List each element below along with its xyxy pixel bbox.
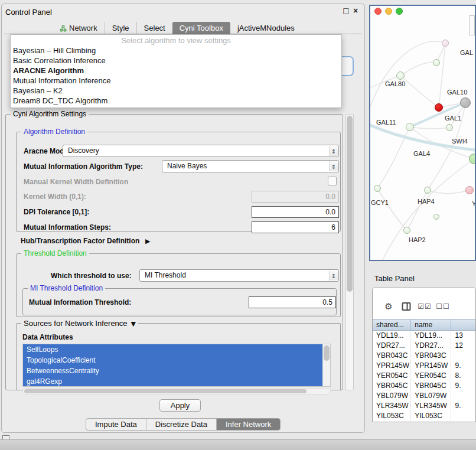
tab-style[interactable]: Style xyxy=(105,22,136,34)
mi-steps-label: Mutual Information Steps: xyxy=(24,223,111,231)
window-title: Control Panel xyxy=(5,8,52,17)
network-canvas[interactable]: GAL GAL80 GAL10 GAL11 GAL1 SWI4 GAL4 GCY… xyxy=(370,18,475,260)
close-icon[interactable]: × xyxy=(351,6,360,15)
cell: YDL19... xyxy=(411,331,451,341)
table-header: shared... name xyxy=(373,319,475,331)
cell: YER054C xyxy=(411,371,451,381)
hub-definition-expander[interactable]: Hub/Transcription Factor Definition ▶ xyxy=(21,236,150,246)
settings-vertical-scrollbar[interactable] xyxy=(345,114,354,390)
minimize-traffic-light[interactable] xyxy=(385,8,392,15)
control-panel-window: Control Panel □ × Network Style Select C… xyxy=(1,4,365,433)
network-node-hub[interactable] xyxy=(460,97,471,108)
table-row[interactable]: YPR145W YPR145W 9. xyxy=(373,361,475,371)
cell: YBR043C xyxy=(373,351,411,361)
node-label: HAP4 xyxy=(418,198,435,205)
network-node[interactable] xyxy=(442,40,449,47)
scrollbar-thumb[interactable] xyxy=(324,345,330,361)
attribute-item-selected[interactable]: BetweennessCentrality xyxy=(23,366,322,376)
mi-threshold-field[interactable]: 0.5 xyxy=(249,296,336,308)
algorithm-option[interactable]: Bayesian – K2 xyxy=(11,86,341,96)
attribute-item-selected[interactable]: SelfLoops xyxy=(23,344,322,355)
cell: YPR145W xyxy=(411,361,451,371)
algorithm-option[interactable]: Mutual Information Inference xyxy=(11,76,341,86)
tab-jactivemnodules[interactable]: jActiveMNodules xyxy=(230,22,302,34)
cell: 9. xyxy=(451,361,475,371)
network-node[interactable] xyxy=(465,186,474,194)
tab-select[interactable]: Select xyxy=(136,22,172,34)
zoom-traffic-light[interactable] xyxy=(396,8,403,15)
sources-title: Sources for Network Inference xyxy=(24,319,128,328)
column-header[interactable] xyxy=(451,319,475,330)
table-panel-window: ⚙ ☑☑ ☐☐ shared... name YDL19... YDL19...… xyxy=(372,288,476,422)
algorithm-option[interactable]: Basic Correlation Inference xyxy=(11,56,341,66)
cell: YDR27... xyxy=(373,341,411,351)
table-row[interactable]: YBR043C YBR043C xyxy=(373,351,475,361)
mi-steps-field[interactable]: 6 xyxy=(252,221,339,233)
manual-kernel-width-checkbox[interactable] xyxy=(328,177,337,185)
kernel-width-field[interactable]: 0.0 xyxy=(252,191,339,203)
attribute-item-selected[interactable]: TopologicalCoefficient xyxy=(23,355,322,366)
network-node[interactable] xyxy=(374,185,381,192)
selected-value: MI Threshold xyxy=(145,271,186,279)
network-node[interactable] xyxy=(424,187,431,194)
scrollbar-thumb[interactable] xyxy=(347,116,353,292)
algorithm-option-selected[interactable]: ARACNE Algorithm xyxy=(11,66,341,76)
network-node[interactable] xyxy=(403,227,410,234)
tab-discretize-data[interactable]: Discretize Data xyxy=(146,419,216,430)
table-row[interactable]: YBL079W YBL079W xyxy=(373,391,475,401)
tab-cyni-toolbox[interactable]: Cyni Toolbox xyxy=(172,22,230,34)
algorithm-option[interactable]: Dream8 DC_TDC Algorithm xyxy=(11,96,341,106)
group-title: Algorithm Definition xyxy=(21,128,87,136)
tab-network[interactable]: Network xyxy=(53,22,105,34)
gear-icon[interactable]: ⚙ xyxy=(384,300,392,313)
close-traffic-light[interactable] xyxy=(374,8,382,15)
table-row[interactable]: YIL053C YIL053C xyxy=(373,411,475,421)
network-node[interactable] xyxy=(433,59,440,66)
float-window-icon[interactable]: □ xyxy=(342,6,350,15)
hub-definition-label: Hub/Transcription Factor Definition xyxy=(21,237,139,245)
tab-infer-network[interactable]: Infer Network xyxy=(216,419,280,430)
cell: YIL053C xyxy=(373,411,411,421)
list-horizontal-scrollbar[interactable] xyxy=(22,388,331,394)
which-threshold-select[interactable]: MI Threshold ⇕ xyxy=(139,269,339,282)
columns-icon[interactable] xyxy=(402,302,411,311)
cell: 9. xyxy=(451,381,475,391)
network-view-window: GAL GAL80 GAL10 GAL11 GAL1 SWI4 GAL4 GCY… xyxy=(369,5,476,261)
column-header-shared-name[interactable]: shared... xyxy=(373,319,411,330)
network-node-highlighted[interactable] xyxy=(435,103,443,112)
table-row[interactable]: YDR27... YDR27... 12 xyxy=(373,341,475,351)
dpi-tolerance-field[interactable]: 0.0 xyxy=(252,206,339,218)
network-node[interactable] xyxy=(396,71,405,80)
sources-title-expander[interactable]: Sources for Network Inference▼ xyxy=(21,319,138,328)
network-node[interactable] xyxy=(433,214,439,220)
dpi-tolerance-label: DPI Tolerance [0,1]: xyxy=(24,208,89,216)
group-title: Threshold Definition xyxy=(21,249,89,257)
select-all-columns-icon[interactable]: ☑☑ xyxy=(418,300,432,313)
tab-label: jActiveMNodules xyxy=(237,22,295,34)
mi-algorithm-type-select[interactable]: Naive Bayes ⇕ xyxy=(162,160,339,172)
stepper-icon: ⇕ xyxy=(329,161,338,171)
network-node[interactable] xyxy=(446,124,453,131)
cell xyxy=(451,391,475,401)
table-row[interactable]: YER054C YER054C 8. xyxy=(373,371,475,381)
list-vertical-scrollbar[interactable] xyxy=(322,344,330,386)
table-row[interactable]: YDL19... YDL19... 13 xyxy=(373,331,475,341)
cell: YLR345W xyxy=(373,401,411,411)
deselect-all-columns-icon[interactable]: ☐☐ xyxy=(436,300,450,313)
apply-button[interactable]: Apply xyxy=(159,399,201,412)
which-threshold-label: Which threshold to use: xyxy=(51,272,132,280)
aracne-mode-select[interactable]: Discovery ⇕ xyxy=(63,145,339,157)
attribute-item-selected[interactable]: gal4RGexp xyxy=(23,376,322,387)
network-node[interactable] xyxy=(406,123,414,131)
mi-algorithm-type-label: Mutual Information Algorithm Type: xyxy=(24,162,143,171)
scrollbar-thumb[interactable] xyxy=(24,389,307,393)
cell: YER054C xyxy=(373,371,411,381)
selected-value: Naive Bayes xyxy=(167,162,207,170)
table-row[interactable]: YBR045C YBR045C 9. xyxy=(373,381,475,391)
tab-impute-data[interactable]: Impute Data xyxy=(86,419,146,430)
algorithm-placeholder-option[interactable]: Select algorithm to view settings xyxy=(11,35,341,45)
table-row[interactable]: YLR345W YLR345W 9. xyxy=(373,401,475,411)
algorithm-option[interactable]: Bayesian – Hill Climbing xyxy=(11,45,341,56)
column-header-name[interactable]: name xyxy=(411,319,451,330)
cell: YLR345W xyxy=(411,401,451,411)
